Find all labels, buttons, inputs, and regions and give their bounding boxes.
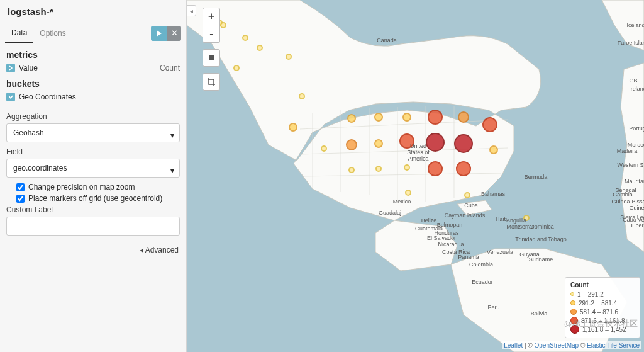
geo-marker[interactable] — [428, 161, 443, 176]
field-value: geo.coordinates — [13, 164, 67, 173]
svg-marker-0 — [157, 30, 162, 37]
geo-marker[interactable] — [286, 54, 292, 60]
svg-rect-11 — [209, 55, 214, 60]
geo-marker[interactable] — [347, 114, 356, 123]
legend-title: Count — [570, 281, 635, 288]
collapse-sidebar-button[interactable]: ◂ — [187, 5, 196, 16]
expand-icon — [6, 64, 15, 72]
geo-marker[interactable] — [456, 161, 471, 176]
geo-marker[interactable] — [374, 139, 383, 148]
legend-row: 291.2 – 581.4 — [570, 298, 635, 307]
geo-marker[interactable] — [464, 192, 470, 198]
discard-button[interactable]: ✕ — [167, 26, 181, 41]
centroid-label: Place markers off grid (use geocentroid) — [28, 194, 162, 203]
precision-checkbox[interactable] — [16, 183, 25, 191]
geo-marker[interactable] — [405, 190, 411, 196]
geo-marker[interactable] — [289, 123, 297, 132]
geo-marker[interactable] — [399, 133, 414, 149]
geo-marker[interactable] — [374, 113, 383, 122]
geo-marker[interactable] — [426, 133, 445, 152]
geo-marker[interactable] — [299, 93, 305, 99]
metric-label: Value — [19, 64, 38, 72]
fit-bounds-button[interactable] — [203, 49, 220, 67]
field-select[interactable]: geo.coordinates ▾ — [6, 159, 180, 178]
zoom-in-button[interactable]: + — [203, 8, 220, 25]
legend-dot-icon — [570, 300, 575, 305]
osm-link[interactable]: OpenStreetMap — [535, 342, 579, 349]
bucket-label: Geo Coordinates — [19, 93, 76, 101]
geo-marker[interactable] — [428, 110, 443, 125]
geo-marker[interactable] — [233, 65, 240, 71]
zoom-controls: + - — [203, 8, 220, 91]
aggregation-select[interactable]: Geohash ▾ — [6, 123, 180, 142]
caret-icon: ▾ — [170, 131, 174, 140]
geo-marker[interactable] — [482, 117, 497, 132]
legend-label: 581.4 – 871.6 — [580, 309, 618, 315]
field-label: Field — [6, 147, 180, 156]
buckets-header: buckets — [6, 79, 180, 89]
legend-row: 581.4 – 871.6 — [570, 307, 635, 316]
caret-icon: ▾ — [170, 166, 174, 175]
geo-marker[interactable] — [348, 167, 355, 173]
geo-marker[interactable] — [523, 215, 530, 221]
metric-agg: Count — [160, 64, 180, 72]
custom-label-label: Custom Label — [6, 205, 180, 214]
geo-marker[interactable] — [375, 166, 382, 172]
geo-marker[interactable] — [402, 113, 411, 122]
zoom-out-button[interactable]: - — [203, 25, 220, 43]
geo-marker[interactable] — [458, 111, 469, 123]
centroid-checkbox-row[interactable]: Place markers off grid (use geocentroid) — [16, 194, 180, 203]
legend-label: 291.2 – 581.4 — [579, 300, 617, 307]
metrics-header: metrics — [6, 50, 180, 60]
watermark: @稀土掘金技术社区 — [564, 318, 638, 329]
tab-data[interactable]: Data — [5, 23, 33, 43]
geo-marker[interactable] — [242, 35, 248, 41]
geo-marker[interactable] — [346, 139, 357, 150]
collapse-icon — [6, 93, 15, 101]
map[interactable]: CanadaUnitedStates ofAmericaMexicoGuadal… — [187, 0, 644, 352]
precision-checkbox-row[interactable]: Change precision on map zoom — [16, 183, 180, 191]
leaflet-link[interactable]: Leaflet — [504, 342, 523, 349]
config-panel: metrics Value Count buckets Geo Coordina… — [0, 43, 186, 239]
aggregation-label: Aggregation — [6, 112, 180, 121]
geo-marker[interactable] — [321, 145, 327, 152]
metric-row[interactable]: Value Count — [6, 60, 180, 76]
legend-dot-icon — [570, 309, 577, 315]
index-pattern-title: logstash-* — [0, 0, 186, 23]
aggregation-value: Geohash — [13, 128, 44, 137]
tab-options[interactable]: Options — [33, 23, 72, 43]
sidebar: logstash-* Data Options ✕ metrics Value … — [0, 0, 187, 352]
geo-marker[interactable] — [489, 145, 498, 154]
legend-row: 1 – 291.2 — [570, 290, 635, 298]
tabs-row: Data Options ✕ — [0, 23, 186, 43]
legend-label: 1 – 291.2 — [577, 291, 604, 298]
precision-label: Change precision on map zoom — [28, 183, 135, 191]
geo-marker[interactable] — [404, 164, 410, 171]
attribution: Leaflet | © OpenStreetMap © Elastic Tile… — [502, 341, 641, 349]
ets-link[interactable]: Elastic Tile Service — [587, 342, 640, 349]
geo-marker[interactable] — [257, 45, 263, 51]
crop-button[interactable] — [203, 73, 220, 91]
advanced-toggle[interactable]: ◂ Advanced — [0, 239, 186, 261]
run-group: ✕ — [151, 26, 181, 41]
custom-label-input[interactable] — [6, 217, 180, 236]
legend-dot-icon — [570, 292, 574, 296]
centroid-checkbox[interactable] — [16, 195, 25, 203]
geo-marker[interactable] — [220, 22, 226, 28]
geo-marker[interactable] — [454, 134, 473, 153]
bucket-row[interactable]: Geo Coordinates — [6, 89, 180, 105]
apply-button[interactable] — [151, 26, 167, 41]
